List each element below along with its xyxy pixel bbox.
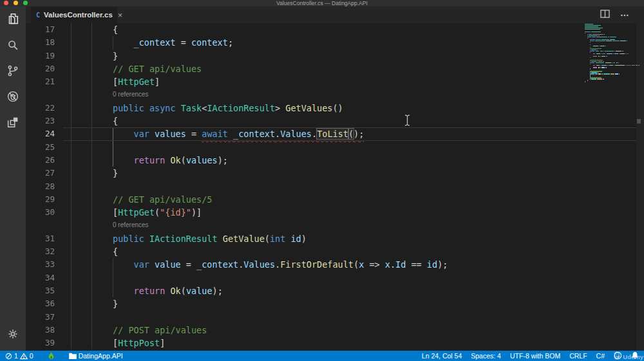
- project-indicator[interactable]: DatingApp.API: [69, 352, 123, 360]
- folder-icon: [69, 353, 77, 359]
- flame-icon[interactable]: [48, 351, 55, 361]
- line-number[interactable]: 36: [26, 297, 55, 310]
- line-number[interactable]: 31: [26, 232, 55, 245]
- encoding-setting[interactable]: UTF-8 with BOM: [510, 352, 560, 360]
- search-icon[interactable]: [0, 32, 26, 58]
- extensions-icon[interactable]: [0, 109, 26, 135]
- code-row[interactable]: 38 // POST api/values: [26, 324, 644, 337]
- code-row[interactable]: 26 return Ok(values);: [26, 154, 644, 167]
- tab-bar: C ValuesController.cs × ⋯: [26, 6, 644, 23]
- feedback-smiley-icon[interactable]: [614, 351, 622, 361]
- warning-icon: [20, 353, 28, 360]
- language-mode[interactable]: C#: [596, 352, 605, 360]
- code-row[interactable]: 29 // GET api/values/5: [26, 193, 644, 206]
- csharp-file-icon: C: [36, 12, 40, 19]
- code-editor[interactable]: 17 {18 _context = context;19 }20 // GET …: [26, 23, 644, 351]
- line-number[interactable]: 23: [26, 115, 55, 127]
- line-number[interactable]: 18: [26, 36, 55, 49]
- code-row[interactable]: 30 [HttpGet("{id}")]: [26, 206, 644, 219]
- line-number[interactable]: 38: [26, 324, 55, 337]
- line-number[interactable]: 34: [26, 272, 55, 284]
- code-line-text: // GET api/values/5: [26, 193, 644, 206]
- minimap[interactable]: [585, 24, 641, 82]
- status-bar: 1 0 DatingApp.API Ln 24, Col 54 Spaces: …: [0, 351, 644, 361]
- line-number[interactable]: 39: [26, 337, 55, 349]
- code-line-text: {: [26, 115, 644, 127]
- tab-label: ValuesController.cs: [44, 11, 113, 19]
- code-line-text: var value = _context.Values.FirstOrDefau…: [26, 258, 644, 271]
- code-row[interactable]: 19 }: [26, 50, 644, 62]
- code-line-text: {: [26, 245, 644, 258]
- more-actions-icon[interactable]: ⋯: [620, 10, 630, 20]
- code-row[interactable]: 23 {: [26, 115, 644, 127]
- codelens-text: 0 references: [26, 88, 644, 101]
- code-line-text: [HttpGet("{id}")]: [26, 206, 644, 219]
- line-number[interactable]: 20: [26, 62, 55, 75]
- code-row[interactable]: 34: [26, 272, 644, 284]
- code-row[interactable]: 22 public async Task<IActionResult> GetV…: [26, 102, 644, 115]
- code-row[interactable]: 37: [26, 311, 644, 324]
- tab-valuescontroller[interactable]: C ValuesController.cs ×: [31, 6, 117, 23]
- project-name: DatingApp.API: [79, 352, 123, 360]
- code-row[interactable]: 28: [26, 180, 644, 193]
- line-number[interactable]: 25: [26, 141, 55, 154]
- line-number[interactable]: 24: [26, 127, 55, 140]
- code-row[interactable]: 20 // GET api/values: [26, 62, 644, 75]
- eol-setting[interactable]: CRLF: [569, 352, 587, 360]
- debug-icon[interactable]: [0, 84, 26, 109]
- line-number[interactable]: 19: [26, 50, 55, 62]
- source-control-icon[interactable]: [0, 58, 26, 84]
- activity-bar: [0, 6, 26, 351]
- line-number[interactable]: 28: [26, 180, 55, 193]
- notifications-bell-icon[interactable]: [631, 351, 639, 361]
- problems-indicator[interactable]: 1 0: [5, 352, 33, 360]
- code-line-text: {: [26, 23, 644, 36]
- line-number[interactable]: 30: [26, 206, 55, 219]
- code-row[interactable]: 39 [HttpPost]: [26, 337, 644, 349]
- code-line-text: public IActionResult GetValue(int id): [26, 232, 644, 245]
- editor-area: C ValuesController.cs × ⋯ 17 {18 _contex…: [26, 6, 644, 351]
- line-number[interactable]: 17: [26, 23, 55, 36]
- line-number[interactable]: 21: [26, 75, 55, 88]
- warning-count: 0: [30, 352, 33, 360]
- line-number[interactable]: 35: [26, 284, 55, 297]
- titlebar: ValuesController.cs — DatingApp.API: [0, 0, 644, 6]
- code-row[interactable]: 33 var value = _context.Values.FirstOrDe…: [26, 258, 644, 271]
- line-number[interactable]: 32: [26, 245, 55, 258]
- explorer-icon[interactable]: [0, 6, 26, 32]
- code-line-text: }: [26, 50, 644, 62]
- split-editor-icon[interactable]: [600, 9, 610, 21]
- code-row[interactable]: 21 [HttpGet]: [26, 75, 644, 88]
- line-number[interactable]: 29: [26, 193, 55, 206]
- error-icon: [5, 353, 12, 360]
- line-number[interactable]: 22: [26, 102, 55, 115]
- line-number[interactable]: 33: [26, 258, 55, 271]
- code-line-text: return Ok(values);: [26, 154, 644, 167]
- line-number[interactable]: 27: [26, 167, 55, 180]
- code-row[interactable]: 25: [26, 141, 644, 154]
- code-line-text: [HttpPost]: [26, 337, 644, 349]
- line-number[interactable]: 26: [26, 154, 55, 167]
- code-line-text: [HttpGet]: [26, 75, 644, 88]
- codelens-row[interactable]: 0 references: [26, 88, 644, 101]
- code-rows: 17 {18 _context = context;19 }20 // GET …: [26, 23, 644, 349]
- code-row[interactable]: 27 }: [26, 167, 644, 180]
- code-row[interactable]: 32 {: [26, 245, 644, 258]
- codelens-row[interactable]: 0 references: [26, 219, 644, 232]
- code-row[interactable]: 18 _context = context;: [26, 36, 644, 49]
- code-row[interactable]: 17 {: [26, 23, 644, 36]
- line-number[interactable]: 37: [26, 311, 55, 324]
- tab-close-icon[interactable]: ×: [118, 11, 123, 19]
- indentation-setting[interactable]: Spaces: 4: [471, 352, 501, 360]
- code-row[interactable]: 31 public IActionResult GetValue(int id): [26, 232, 644, 245]
- code-row[interactable]: 36 }: [26, 297, 644, 310]
- code-line-text: return Ok(value);: [26, 284, 644, 297]
- code-line-text: // POST api/values: [26, 324, 644, 337]
- cursor-position[interactable]: Ln 24, Col 54: [422, 352, 462, 360]
- code-row[interactable]: 35 return Ok(value);: [26, 284, 644, 297]
- code-row[interactable]: 24 var values = await _context.Values.To…: [26, 127, 644, 140]
- code-line-text: }: [26, 167, 644, 180]
- code-line-text: var values = await _context.Values.ToLis…: [26, 127, 644, 140]
- settings-gear-icon[interactable]: [0, 321, 26, 347]
- code-line-text: // GET api/values: [26, 62, 644, 75]
